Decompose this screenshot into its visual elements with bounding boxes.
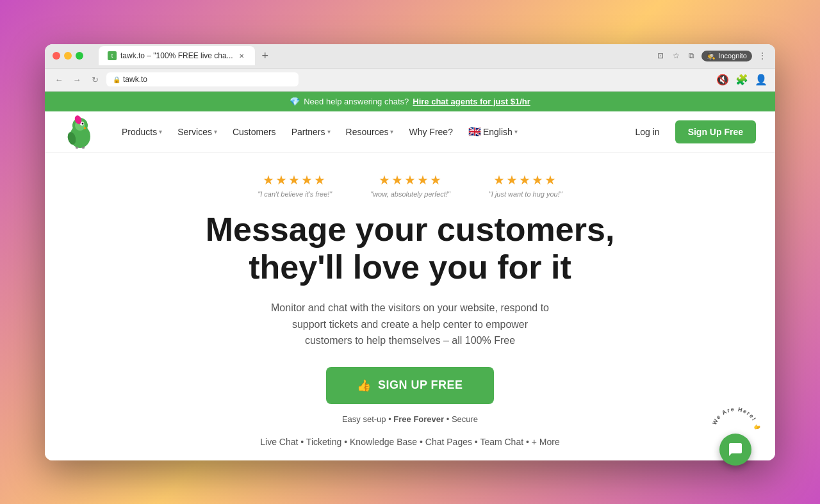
chat-message-icon — [728, 442, 743, 457]
extensions-icon: 🧩 — [735, 74, 748, 86]
navbar: Products ▾ Services ▾ Customers Partners… — [45, 111, 775, 153]
window-controls-right: ⊡ ☆ ⧉ 🕵 Incognito ⋮ — [655, 51, 767, 61]
minimize-window-button[interactable] — [64, 52, 72, 60]
url-text: tawk.to — [123, 75, 147, 84]
tab-favicon: t — [108, 51, 117, 60]
nav-partners[interactable]: Partners ▾ — [285, 123, 337, 141]
diamond-icon: 💎 — [290, 97, 300, 106]
reviews-row: ★★★★★ "I can't believe it's free!" ★★★★★… — [58, 172, 762, 198]
tab-title: tawk.to – "100% FREE live cha... — [120, 51, 233, 60]
maximize-window-button[interactable] — [76, 52, 83, 60]
tab-close-button[interactable]: ✕ — [237, 51, 246, 60]
chat-widget[interactable]: We Are Here! 🤚 — [707, 403, 764, 460]
url-bar[interactable]: 🔒 tawk.to — [106, 72, 299, 86]
chat-icon-button[interactable] — [719, 434, 751, 466]
nav-why-free[interactable]: Why Free? — [402, 123, 459, 141]
flag-icon: 🇬🇧 — [468, 126, 481, 138]
nav-links: Products ▾ Services ▾ Customers Partners… — [115, 122, 627, 142]
stars-2: ★★★★★ — [379, 172, 443, 188]
svg-rect-7 — [76, 147, 78, 149]
feature-list: Live Chat • Ticketing • Knowledge Base •… — [58, 437, 762, 447]
review-2: ★★★★★ "wow, absolutely perfect!" — [370, 172, 450, 198]
stars-1: ★★★★★ — [263, 172, 327, 188]
tab-bar: t tawk.to – "100% FREE live cha... ✕ + — [99, 46, 650, 65]
website-content: 💎 Need help answering chats? Hire chat a… — [45, 92, 775, 460]
browser-tab[interactable]: t tawk.to – "100% FREE live cha... ✕ — [99, 46, 255, 65]
mute-icon: 🔇 — [716, 74, 729, 86]
forward-button[interactable]: → — [70, 73, 83, 86]
quote-1: "I can't believe it's free!" — [258, 190, 332, 198]
bookmark-icon[interactable]: ☆ — [671, 51, 681, 61]
review-3: ★★★★★ "I just want to hug you!" — [489, 172, 562, 198]
cta-container: 👍 SIGN UP FREE — [58, 367, 762, 414]
svg-point-4 — [82, 123, 84, 125]
announcement-bar: 💎 Need help answering chats? Hire chat a… — [45, 92, 775, 111]
login-button[interactable]: Log in — [627, 123, 667, 141]
partners-chevron-icon: ▾ — [327, 128, 331, 135]
nav-services[interactable]: Services ▾ — [171, 123, 224, 141]
review-1: ★★★★★ "I can't believe it's free!" — [258, 172, 332, 198]
announcement-text: Need help answering chats? — [304, 97, 409, 106]
lock-icon: 🔒 — [113, 76, 120, 83]
products-chevron-icon: ▾ — [159, 128, 162, 135]
sidebar-icon[interactable]: ⧉ — [686, 51, 696, 61]
nav-products[interactable]: Products ▾ — [115, 123, 168, 141]
we-are-here-badge: We Are Here! 🤚 — [707, 403, 764, 460]
menu-icon[interactable]: ⋮ — [757, 51, 767, 61]
quote-3: "I just want to hug you!" — [489, 190, 562, 198]
profile-icon: 👤 — [755, 74, 767, 86]
cast-icon: ⊡ — [655, 51, 666, 61]
signup-button[interactable]: Sign Up Free — [675, 120, 756, 143]
incognito-label: Incognito — [718, 52, 747, 60]
back-button[interactable]: ← — [53, 73, 65, 86]
cta-signup-button[interactable]: 👍 SIGN UP FREE — [326, 367, 493, 404]
chat-open-button[interactable] — [719, 434, 751, 466]
resources-chevron-icon: ▾ — [390, 128, 393, 135]
title-bar: t tawk.to – "100% FREE live cha... ✕ + ⊡… — [45, 44, 775, 69]
stars-3: ★★★★★ — [493, 172, 557, 188]
address-bar-right: 🔇 🧩 👤 — [716, 74, 767, 86]
hero-section: ★★★★★ "I can't believe it's free!" ★★★★★… — [45, 153, 775, 460]
nav-actions: Log in Sign Up Free — [627, 120, 756, 143]
incognito-icon: 🕵 — [707, 52, 716, 60]
nav-language[interactable]: 🇬🇧 English ▾ — [462, 122, 524, 142]
incognito-badge: 🕵 Incognito — [701, 51, 752, 61]
logo[interactable] — [64, 114, 96, 149]
logo-bird-svg — [64, 114, 96, 149]
nav-customers[interactable]: Customers — [226, 123, 283, 141]
thumbs-up-icon: 👍 — [357, 378, 372, 393]
traffic-lights — [53, 52, 83, 60]
cta-subtext: Easy set-up • Free Forever • Secure — [58, 414, 762, 424]
reload-button[interactable]: ↻ — [88, 73, 101, 86]
address-bar: ← → ↻ 🔒 tawk.to 🔇 🧩 👤 — [45, 69, 775, 92]
svg-rect-8 — [82, 147, 85, 149]
hero-subtitle: Monitor and chat with the visitors on yo… — [269, 300, 551, 349]
close-window-button[interactable] — [53, 52, 60, 60]
chat-bubble: We Are Here! 🤚 — [707, 403, 764, 460]
language-chevron-icon: ▾ — [514, 128, 518, 135]
quote-2: "wow, absolutely perfect!" — [370, 190, 450, 198]
nav-resources[interactable]: Resources ▾ — [340, 123, 400, 141]
announcement-link[interactable]: Hire chat agents for just $1/hr — [413, 97, 530, 106]
hero-title: Message your customers, they'll love you… — [186, 211, 634, 288]
new-tab-button[interactable]: + — [258, 48, 273, 63]
services-chevron-icon: ▾ — [214, 128, 217, 135]
